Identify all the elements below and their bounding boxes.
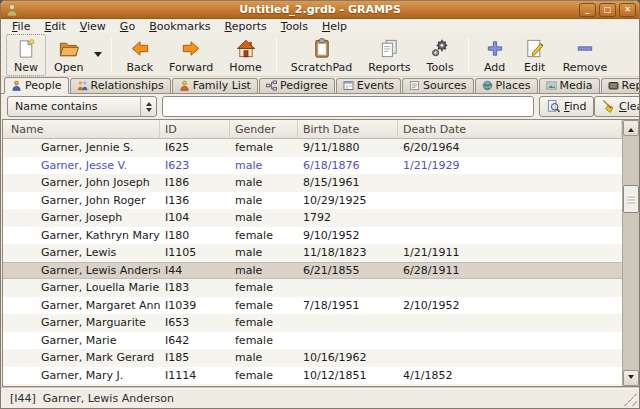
scroll-down-button[interactable] <box>623 370 639 386</box>
find-button[interactable]: Find <box>539 96 594 117</box>
table-row[interactable]: Garner, LewisI1105male11/18/18231/21/191… <box>3 244 622 262</box>
open-dropdown-arrow[interactable] <box>91 33 105 76</box>
tab-pedigree[interactable]: Pedigree <box>259 78 335 93</box>
table-row[interactable]: Garner, MarguariteI653female <box>3 314 622 332</box>
forward-button[interactable]: Forward <box>161 34 221 76</box>
tab-repositories[interactable]: Repositories <box>601 78 640 93</box>
home-icon <box>234 37 258 60</box>
titlebar[interactable]: Untitled_2.grdb - GRAMPS _ □ ✕ <box>1 1 639 19</box>
toolbar-button-label: Reports <box>368 61 410 74</box>
back-button[interactable]: Back <box>118 34 161 76</box>
menu-file[interactable]: File <box>5 20 37 33</box>
tab-label: Family List <box>193 79 251 92</box>
table-row[interactable]: Garner, Kathryn MaryI180female9/10/1952 <box>3 227 622 245</box>
cell-name: Garner, Lewis Anderson <box>3 264 160 277</box>
toolbar-button-label: Open <box>54 61 83 74</box>
tab-people[interactable]: People <box>4 77 69 94</box>
scrollbar-thumb[interactable] <box>623 185 639 213</box>
reports-icon <box>377 37 401 60</box>
table-row[interactable]: Garner, John RogerI136male10/29/1925 <box>3 192 622 210</box>
scroll-down-icon <box>628 375 634 382</box>
cell-id: I1114 <box>160 369 230 382</box>
menu-view[interactable]: View <box>73 20 113 33</box>
tools-button[interactable]: Tools <box>419 34 462 76</box>
menu-help[interactable]: Help <box>315 20 354 33</box>
toolbar-button-label: Add <box>484 61 505 74</box>
resize-grip[interactable] <box>624 393 637 406</box>
search-input[interactable] <box>162 96 534 117</box>
places-icon <box>482 80 493 91</box>
tab-label: Pedigree <box>280 79 328 92</box>
cell-birth: 9/10/1952 <box>298 229 398 242</box>
cell-birth: 8/15/1961 <box>298 176 398 189</box>
column-header-id[interactable]: ID <box>160 120 230 139</box>
close-button[interactable]: ✕ <box>619 3 636 17</box>
reports-button[interactable]: Reports <box>360 34 418 76</box>
column-header-death-date[interactable]: Death Date <box>398 120 622 139</box>
tab-label: Relationships <box>91 79 164 92</box>
remove-icon <box>573 37 597 60</box>
column-header-birth-date[interactable]: Birth Date <box>298 120 398 139</box>
tab-events[interactable]: Events <box>336 78 401 93</box>
table-row[interactable]: Garner, Jesse V.I623male6/18/18761/21/19… <box>3 157 622 175</box>
add-button[interactable]: Add <box>475 34 515 76</box>
clear-button[interactable]: Clear <box>594 96 640 117</box>
back-arrow-icon <box>128 37 152 60</box>
menu-reports[interactable]: Reports <box>218 20 274 33</box>
menu-edit[interactable]: Edit <box>37 20 72 33</box>
cell-name: Garner, Mary J. <box>3 369 160 382</box>
family-list-icon <box>179 80 190 91</box>
home-button[interactable]: Home <box>221 34 269 76</box>
scratchpad-button[interactable]: ScratchPad <box>283 34 361 76</box>
tab-places[interactable]: Places <box>475 78 538 93</box>
menu-tools[interactable]: Tools <box>274 20 315 33</box>
cell-birth: 9/11/1880 <box>298 141 398 154</box>
minimize-button[interactable]: _ <box>579 3 596 17</box>
maximize-button[interactable]: □ <box>599 3 616 17</box>
new-button[interactable]: New <box>6 34 46 76</box>
table-row[interactable]: Garner, Mark GerardI185male10/16/1962 <box>3 349 622 367</box>
cell-id: I104 <box>160 211 230 224</box>
table-row[interactable]: Garner, John JosephI186male8/15/1961 <box>3 174 622 192</box>
menu-bookmarks[interactable]: Bookmarks <box>142 20 217 33</box>
statusbar: [I44] Garner, Lewis Anderson <box>1 387 639 408</box>
tab-sources[interactable]: Sources <box>402 78 474 93</box>
scroll-up-button[interactable] <box>623 120 639 136</box>
cell-id: I653 <box>160 316 230 329</box>
table-row[interactable]: Garner, Jennie S.I625female9/11/18806/20… <box>3 139 622 157</box>
cell-id: I44 <box>160 264 230 277</box>
column-header-gender[interactable]: Gender <box>230 120 298 139</box>
find-icon <box>546 99 561 114</box>
menu-go[interactable]: Go <box>113 20 142 33</box>
cell-gender: female <box>230 299 298 312</box>
cell-name: Garner, Jennie S. <box>3 141 160 154</box>
table-row[interactable]: Garner, Margaret AnnI1039female7/18/1951… <box>3 297 622 315</box>
tab-relationships[interactable]: Relationships <box>70 78 171 93</box>
cell-id: I623 <box>160 159 230 172</box>
remove-button[interactable]: Remove <box>555 34 616 76</box>
edit-button[interactable]: Edit <box>515 34 555 76</box>
cell-birth: 1792 <box>298 211 398 224</box>
table-row[interactable]: Garner, JosephI104male1792 <box>3 209 622 227</box>
table-row[interactable]: Garner, Louella MarieI183female <box>3 279 622 297</box>
forward-arrow-icon <box>179 37 203 60</box>
table-row[interactable]: Garner, Mary J.I1114female10/12/18514/1/… <box>3 367 622 385</box>
sources-icon <box>409 80 420 91</box>
tab-family-list[interactable]: Family List <box>172 78 258 93</box>
cell-death: 6/20/1964 <box>398 141 622 154</box>
events-icon <box>343 80 354 91</box>
cell-id: I642 <box>160 334 230 347</box>
table-row[interactable]: Garner, Lewis AndersonI44male6/21/18556/… <box>3 262 622 280</box>
clear-button-label: Clear <box>619 100 640 113</box>
media-icon <box>546 80 557 91</box>
tab-media[interactable]: Media <box>539 78 600 93</box>
filter-field-select[interactable]: Name contains <box>7 96 157 117</box>
combo-spinner-icon[interactable] <box>140 97 156 116</box>
open-button[interactable]: Open <box>46 34 91 76</box>
column-header-name[interactable]: Name <box>3 120 160 139</box>
cell-name: Garner, Louella Marie <box>3 281 160 294</box>
vertical-scrollbar[interactable] <box>622 120 639 386</box>
table-row[interactable]: Garner, MarieI642female <box>3 332 622 350</box>
table-row[interactable]: Garner, Mary M.I1115female10/20/18785/24… <box>3 384 622 386</box>
cell-name: Garner, Mark Gerard <box>3 351 160 364</box>
